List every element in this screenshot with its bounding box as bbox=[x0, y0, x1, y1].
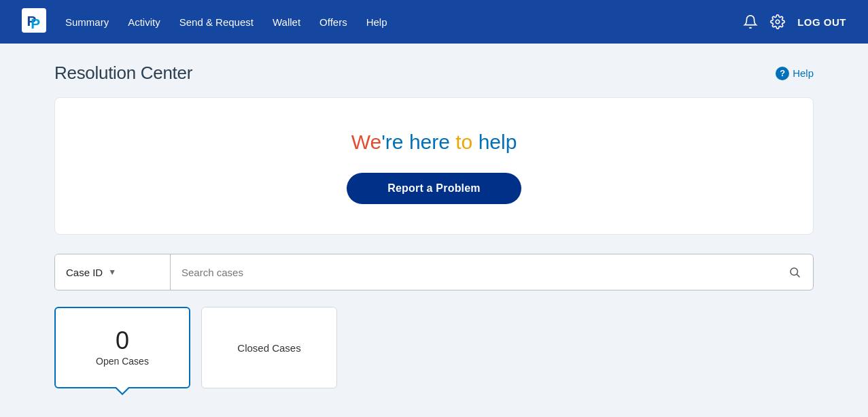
nav-help[interactable]: Help bbox=[366, 14, 387, 31]
logout-button[interactable]: LOG OUT bbox=[797, 16, 846, 28]
nav-wallet[interactable]: Wallet bbox=[273, 14, 300, 31]
hero-title-help: help bbox=[479, 131, 517, 153]
svg-point-3 bbox=[776, 20, 780, 24]
open-cases-count: 0 bbox=[116, 329, 129, 353]
hero-title-re: 're bbox=[381, 131, 409, 153]
nav-activity[interactable]: Activity bbox=[128, 14, 160, 31]
hero-title: We're here to help bbox=[82, 131, 786, 154]
paypal-logo[interactable]: P P bbox=[22, 8, 46, 35]
chevron-down-icon: ▼ bbox=[108, 267, 116, 277]
cases-row: 0 Open Cases Closed Cases bbox=[54, 307, 814, 388]
hero-card: We're here to help Report a Problem bbox=[54, 97, 814, 235]
open-cases-card[interactable]: 0 Open Cases bbox=[54, 307, 190, 388]
page-title: Resolution Center bbox=[54, 63, 192, 84]
closed-cases-card[interactable]: Closed Cases bbox=[201, 307, 337, 388]
help-circle-icon: ? bbox=[776, 67, 789, 80]
search-button[interactable] bbox=[776, 254, 813, 290]
notifications-button[interactable] bbox=[743, 14, 758, 29]
page-title-row: Resolution Center ? Help bbox=[54, 63, 814, 84]
search-type-dropdown[interactable]: Case ID ▼ bbox=[55, 254, 171, 290]
main-header: P P Summary Activity Send & Request Wall… bbox=[0, 0, 868, 44]
closed-cases-label: Closed Cases bbox=[237, 342, 300, 354]
main-nav: Summary Activity Send & Request Wallet O… bbox=[65, 14, 743, 31]
settings-button[interactable] bbox=[770, 14, 785, 29]
help-link[interactable]: ? Help bbox=[776, 67, 814, 80]
search-row: Case ID ▼ bbox=[54, 254, 814, 290]
main-content: Resolution Center ? Help We're here to h… bbox=[0, 44, 868, 407]
search-input[interactable] bbox=[171, 254, 776, 290]
header-right: LOG OUT bbox=[743, 14, 846, 29]
nav-summary[interactable]: Summary bbox=[65, 14, 109, 31]
svg-text:P: P bbox=[31, 16, 40, 31]
hero-title-to: to bbox=[455, 131, 478, 153]
hero-title-here: here bbox=[409, 131, 455, 153]
search-dropdown-label: Case ID bbox=[66, 267, 103, 278]
nav-send-request[interactable]: Send & Request bbox=[179, 14, 254, 31]
svg-point-4 bbox=[791, 268, 798, 276]
report-problem-button[interactable]: Report a Problem bbox=[347, 173, 521, 204]
nav-offers[interactable]: Offers bbox=[319, 14, 347, 31]
svg-line-5 bbox=[797, 274, 799, 277]
help-link-label: Help bbox=[793, 67, 814, 79]
hero-title-we: We bbox=[351, 131, 381, 153]
open-cases-label: Open Cases bbox=[96, 356, 149, 367]
